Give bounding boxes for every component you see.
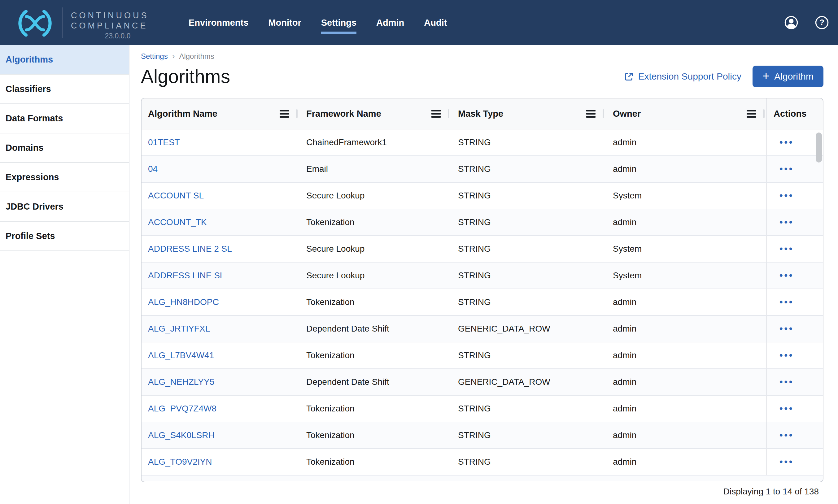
user-profile-icon[interactable] [784, 16, 798, 30]
cell-algorithm-name: ALG_JRTIYFXL [142, 316, 300, 342]
column-header-label: Algorithm Name [148, 109, 217, 119]
cell-framework-name: Secure Lookup [300, 236, 451, 262]
help-icon[interactable]: ? [815, 16, 829, 30]
algorithm-name-link[interactable]: ALG_S4K0LSRH [148, 430, 215, 440]
sidebar-item-expressions[interactable]: Expressions [0, 163, 129, 192]
cell-framework-name: Tokenization [300, 449, 451, 475]
column-menu-icon[interactable] [586, 110, 595, 118]
plus-icon: + [763, 70, 770, 82]
algorithm-name-link[interactable]: ALG_JRTIYFXL [148, 324, 210, 334]
cell-owner: admin [606, 156, 766, 182]
algorithm-name-link[interactable]: ALG_TO9V2IYN [148, 457, 212, 467]
row-actions-menu-button[interactable]: ••• [780, 191, 794, 201]
column-header-label: Actions [773, 109, 806, 119]
product-name-line2: COMPLIANCE [71, 21, 164, 31]
cell-framework-name: Email [300, 156, 451, 182]
page-header: Algorithms Extension Support Policy + Al… [141, 62, 823, 91]
cell-framework-name: Tokenization [300, 209, 451, 235]
cell-mask-type: STRING [451, 396, 606, 422]
column-header-label: Framework Name [306, 109, 381, 119]
svg-text:?: ? [819, 18, 824, 27]
cell-owner: admin [606, 422, 766, 448]
column-menu-icon[interactable] [747, 110, 756, 118]
nav-item-audit[interactable]: Audit [424, 18, 447, 28]
cell-owner: admin [606, 129, 766, 156]
table-row: 01TESTChainedFramework1STRINGadmin••• [142, 129, 823, 156]
sidebar-item-algorithms[interactable]: Algorithms [0, 45, 129, 75]
sidebar-item-profile-sets[interactable]: Profile Sets [0, 222, 129, 251]
cell-framework-name: Secure Lookup [300, 263, 451, 289]
algorithm-name-link[interactable]: ALG_NEHZLYY5 [148, 377, 214, 387]
breadcrumb-settings-link[interactable]: Settings [141, 52, 168, 61]
row-actions-menu-button[interactable]: ••• [780, 164, 794, 174]
extension-support-policy-link[interactable]: Extension Support Policy [624, 71, 742, 82]
sidebar-item-data-formats[interactable]: Data Formats [0, 104, 129, 133]
main-content: Settings › Algorithms Algorithms Extensi… [130, 45, 838, 504]
algorithm-name-link[interactable]: ACCOUNT SL [148, 191, 204, 201]
row-actions-menu-button[interactable]: ••• [780, 430, 794, 440]
column-header-label: Mask Type [458, 109, 503, 119]
algorithm-name-link[interactable]: ADDRESS LINE 2 SL [148, 244, 232, 254]
row-actions-menu-button[interactable]: ••• [780, 244, 794, 254]
row-actions-menu-button[interactable]: ••• [780, 377, 794, 387]
row-actions-menu-button[interactable]: ••• [780, 137, 794, 148]
topbar-actions: ? [784, 0, 829, 45]
algorithm-name-link[interactable]: ALG_PVQ7Z4W8 [148, 404, 216, 414]
row-actions-menu-button[interactable]: ••• [780, 324, 794, 334]
algorithm-name-link[interactable]: 01TEST [148, 138, 180, 147]
table-scrollbar-thumb[interactable] [816, 132, 822, 163]
cell-mask-type: STRING [451, 209, 606, 235]
algorithm-name-link[interactable]: ALG_L7BV4W41 [148, 350, 214, 360]
breadcrumb: Settings › Algorithms [141, 51, 823, 61]
cell-actions: ••• [766, 342, 823, 368]
cell-owner: admin [606, 289, 766, 315]
cell-framework-name: Dependent Date Shift [300, 316, 451, 342]
table-row: ALG_JRTIYFXLDependent Date ShiftGENERIC_… [142, 316, 823, 342]
algorithm-name-link[interactable]: ADDRESS LINE SL [148, 271, 225, 281]
cell-owner: admin [606, 342, 766, 368]
column-header-framework-name: Framework Name [300, 98, 451, 129]
external-link-icon [624, 72, 634, 82]
column-menu-icon[interactable] [280, 110, 289, 118]
product-version: 23.0.0.0 [71, 32, 164, 40]
table-row: 04EmailSTRINGadmin••• [142, 156, 823, 183]
nav-item-settings[interactable]: Settings [321, 18, 356, 28]
algorithm-name-link[interactable]: 04 [148, 164, 158, 174]
sidebar-item-domains[interactable]: Domains [0, 133, 129, 163]
row-actions-menu-button[interactable]: ••• [780, 403, 794, 414]
cell-mask-type: STRING [451, 263, 606, 289]
brand [16, 0, 54, 45]
row-actions-menu-button[interactable]: ••• [780, 457, 794, 467]
add-algorithm-button[interactable]: + Algorithm [752, 66, 823, 87]
row-actions-menu-button[interactable]: ••• [780, 350, 794, 361]
table-row: ACCOUNT_TKTokenizationSTRINGadmin••• [142, 209, 823, 236]
nav-item-admin[interactable]: Admin [376, 18, 404, 28]
cell-mask-type: STRING [451, 289, 606, 315]
main-nav: EnvironmentsMonitorSettingsAdminAudit [189, 0, 447, 45]
cell-mask-type: STRING [451, 236, 606, 262]
product-name-line1: CONTINUOUS [71, 11, 164, 21]
cell-actions: ••• [766, 263, 823, 289]
cell-framework-name: Tokenization [300, 396, 451, 422]
brand-divider [62, 7, 63, 38]
nav-item-monitor[interactable]: Monitor [268, 18, 301, 28]
column-menu-icon[interactable] [431, 110, 441, 118]
table-body: 01TESTChainedFramework1STRINGadmin•••04E… [142, 129, 823, 481]
cell-mask-type: STRING [451, 449, 606, 475]
table-row: ADDRESS LINE 2 SLSecure LookupSTRINGSyst… [142, 236, 823, 263]
row-actions-menu-button[interactable]: ••• [780, 217, 794, 228]
sidebar-item-jdbc-drivers[interactable]: JDBC Drivers [0, 192, 129, 222]
nav-item-environments[interactable]: Environments [189, 18, 248, 28]
sidebar-item-classifiers[interactable]: Classifiers [0, 75, 129, 104]
cell-algorithm-name: 04 [142, 156, 300, 182]
algorithm-name-link[interactable]: ACCOUNT_TK [148, 217, 207, 227]
cell-algorithm-name: ALG_PVQ7Z4W8 [142, 396, 300, 422]
cell-mask-type: GENERIC_DATA_ROW [451, 316, 606, 342]
row-actions-menu-button[interactable]: ••• [780, 270, 794, 281]
algorithm-name-link[interactable]: ALG_HN8HDOPC [148, 297, 219, 307]
algorithms-table: Algorithm NameFramework NameMask TypeOwn… [141, 98, 823, 482]
column-header-algorithm-name: Algorithm Name [142, 98, 300, 129]
cell-framework-name: Tokenization [300, 422, 451, 448]
cell-owner: admin [606, 369, 766, 395]
row-actions-menu-button[interactable]: ••• [780, 297, 794, 307]
